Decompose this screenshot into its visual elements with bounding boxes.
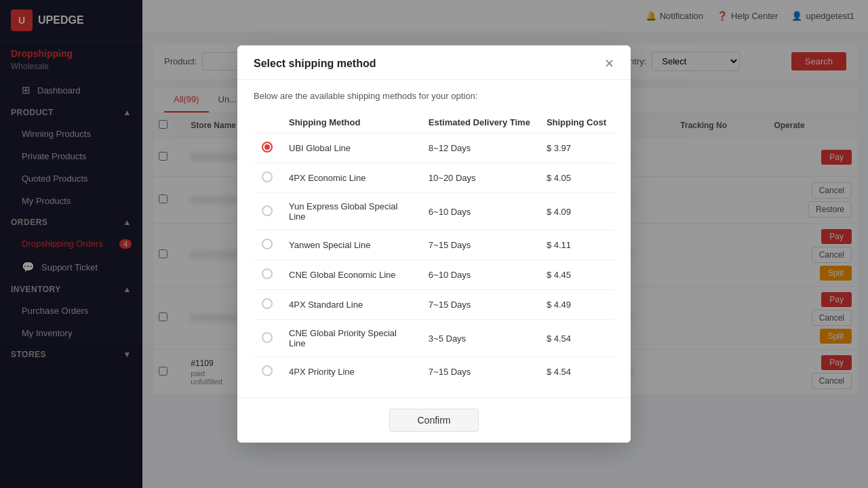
method-name-cell: UBI Global Line <box>281 134 420 163</box>
delivery-time-cell: 3~5 Days <box>420 320 538 357</box>
shipping-cost-cell: $ 4.49 <box>538 290 614 320</box>
modal-close-button[interactable]: ✕ <box>604 58 614 70</box>
shipping-cost-cell: $ 4.09 <box>538 193 614 230</box>
modal-subtitle: Below are the available shipping methods… <box>254 91 614 101</box>
method-name-cell: Yun Express Global Special Line <box>281 193 420 230</box>
method-name-cell: CNE Global Priority Special Line <box>281 320 420 357</box>
shipping-option-row[interactable]: UBI Global Line 8~12 Days $ 3.97 <box>254 134 614 163</box>
radio-cell <box>254 230 281 260</box>
col-delivery: Estimated Delivery Time <box>420 112 538 134</box>
shipping-option-row[interactable]: 4PX Priority Line 7~15 Days $ 4.54 <box>254 357 614 387</box>
method-name-cell: 4PX Priority Line <box>281 357 420 387</box>
shipping-cost-cell: $ 4.11 <box>538 230 614 260</box>
shipping-option-row[interactable]: CNE Global Priority Special Line 3~5 Day… <box>254 320 614 357</box>
shipping-cost-cell: $ 4.54 <box>538 357 614 387</box>
method-name-cell: 4PX Standard Line <box>281 290 420 320</box>
radio-button[interactable] <box>262 268 273 279</box>
radio-cell <box>254 193 281 230</box>
shipping-option-row[interactable]: 4PX Standard Line 7~15 Days $ 4.49 <box>254 290 614 320</box>
delivery-time-cell: 10~20 Days <box>420 163 538 193</box>
radio-button[interactable] <box>262 365 273 376</box>
shipping-option-row[interactable]: Yun Express Global Special Line 6~10 Day… <box>254 193 614 230</box>
shipping-cost-cell: $ 4.54 <box>538 320 614 357</box>
radio-cell <box>254 163 281 193</box>
delivery-time-cell: 7~15 Days <box>420 290 538 320</box>
modal-footer: Confirm <box>237 397 631 443</box>
shipping-cost-cell: $ 4.45 <box>538 260 614 290</box>
col-cost: Shipping Cost <box>538 112 614 134</box>
radio-button[interactable] <box>262 142 273 152</box>
radio-button[interactable] <box>262 239 273 249</box>
radio-button[interactable] <box>262 171 273 182</box>
shipping-cost-cell: $ 3.97 <box>538 134 614 163</box>
modal-body: Below are the available shipping methods… <box>237 80 631 397</box>
delivery-time-cell: 7~15 Days <box>420 357 538 387</box>
modal-title: Select shipping method <box>254 58 376 70</box>
delivery-time-cell: 8~12 Days <box>420 134 538 163</box>
delivery-time-cell: 6~10 Days <box>420 193 538 230</box>
radio-cell <box>254 290 281 320</box>
method-name-cell: 4PX Economic Line <box>281 163 420 193</box>
radio-button[interactable] <box>262 205 273 216</box>
radio-cell <box>254 134 281 163</box>
radio-button[interactable] <box>262 298 273 309</box>
col-select <box>254 112 281 134</box>
radio-cell <box>254 357 281 387</box>
shipping-option-row[interactable]: CNE Global Economic Line 6~10 Days $ 4.4… <box>254 260 614 290</box>
col-method: Shipping Method <box>281 112 420 134</box>
radio-cell <box>254 260 281 290</box>
delivery-time-cell: 6~10 Days <box>420 260 538 290</box>
method-name-cell: Yanwen Special Line <box>281 230 420 260</box>
shipping-cost-cell: $ 4.05 <box>538 163 614 193</box>
confirm-button[interactable]: Confirm <box>389 409 478 432</box>
shipping-options-table: Shipping Method Estimated Delivery Time … <box>254 112 614 386</box>
shipping-option-row[interactable]: Yanwen Special Line 7~15 Days $ 4.11 <box>254 230 614 260</box>
delivery-time-cell: 7~15 Days <box>420 230 538 260</box>
method-name-cell: CNE Global Economic Line <box>281 260 420 290</box>
modal-overlay[interactable]: Select shipping method ✕ Below are the a… <box>0 0 868 488</box>
shipping-option-row[interactable]: 4PX Economic Line 10~20 Days $ 4.05 <box>254 163 614 193</box>
radio-button[interactable] <box>262 332 273 343</box>
shipping-method-modal: Select shipping method ✕ Below are the a… <box>237 45 631 443</box>
modal-header: Select shipping method ✕ <box>237 45 631 80</box>
radio-cell <box>254 320 281 357</box>
